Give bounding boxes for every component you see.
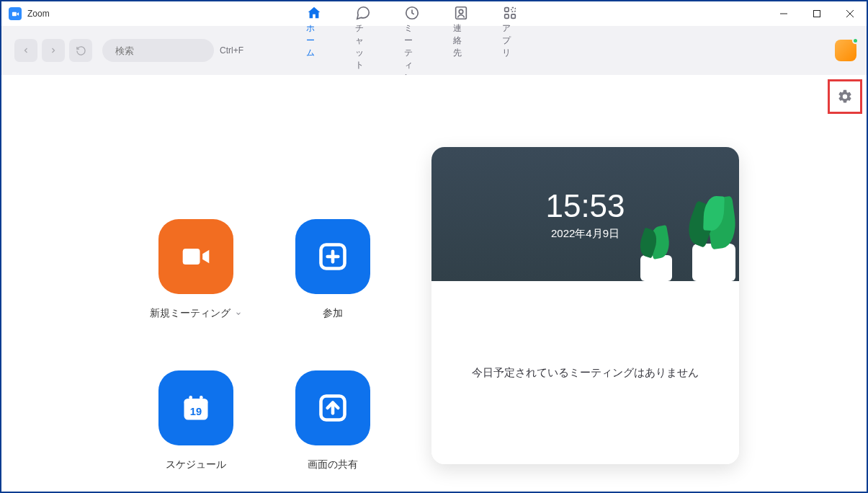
zoom-logo-icon [9, 7, 22, 20]
toolbar: Ctrl+F ホーム チャット ミーティング 連絡先 アプリ [1, 26, 867, 75]
tab-label: チャット [355, 22, 371, 71]
new-meeting-button[interactable] [158, 219, 233, 294]
share-up-icon [317, 392, 349, 424]
settings-highlight [828, 79, 862, 114]
forward-button[interactable] [42, 39, 65, 62]
plus-icon [317, 241, 349, 272]
schedule-tile: 19 スケジュール [127, 370, 264, 471]
history-button[interactable] [69, 39, 92, 62]
svg-rect-23 [200, 396, 203, 401]
tile-label: 参加 [323, 307, 343, 320]
maximize-button[interactable] [800, 1, 833, 26]
schedule-button[interactable]: 19 [158, 370, 233, 445]
clock-icon [404, 5, 420, 21]
close-button[interactable] [833, 1, 867, 26]
tile-label: スケジュール [166, 458, 226, 471]
search-shortcut: Ctrl+F [220, 45, 277, 55]
search-input-wrap[interactable] [102, 39, 214, 62]
settings-button[interactable] [837, 89, 853, 105]
plant-decoration-icon [663, 187, 739, 281]
back-button[interactable] [14, 39, 37, 62]
join-tile: 参加 [264, 219, 401, 320]
svg-rect-10 [505, 8, 509, 12]
svg-point-9 [459, 9, 463, 14]
presence-indicator-icon [852, 37, 859, 44]
video-icon [180, 241, 212, 272]
share-screen-tile: 画面の共有 [264, 370, 401, 471]
card-body: 今日予定されているミーティングはありません [431, 281, 739, 464]
profile-avatar[interactable] [835, 40, 856, 61]
current-date: 2022年4月9日 [551, 227, 619, 241]
calendar-card: 15:53 2022年4月9日 今日予定されているミーティングはありません [431, 147, 739, 464]
window-title: Zoom [27, 9, 50, 19]
svg-rect-13 [511, 14, 516, 19]
home-icon [306, 5, 322, 21]
current-time: 15:53 [545, 188, 625, 224]
tab-label: 連絡先 [453, 22, 469, 59]
svg-rect-2 [814, 11, 820, 17]
tile-label: 新規ミーティング [150, 307, 231, 320]
no-meetings-text: 今日予定されているミーティングはありません [472, 366, 699, 380]
tab-home[interactable]: ホーム [306, 5, 322, 59]
minimize-button[interactable] [767, 1, 800, 26]
chevron-down-icon[interactable] [235, 307, 242, 320]
tab-contacts[interactable]: 連絡先 [453, 5, 469, 59]
svg-rect-11 [511, 8, 516, 12]
svg-text:19: 19 [190, 406, 202, 417]
tab-label: アプリ [502, 22, 518, 59]
new-meeting-tile: 新規ミーティング [127, 219, 264, 320]
gear-icon [837, 89, 853, 105]
share-screen-button[interactable] [295, 370, 370, 445]
card-header: 15:53 2022年4月9日 [431, 147, 739, 281]
svg-rect-22 [189, 396, 192, 401]
tab-chat[interactable]: チャット [355, 5, 371, 71]
chat-icon [355, 5, 371, 21]
svg-rect-19 [184, 399, 208, 405]
content-area: 新規ミーティング 参加 19 ス [1, 75, 867, 492]
tile-label: 画面の共有 [308, 458, 358, 471]
svg-rect-14 [183, 249, 200, 265]
contacts-icon [453, 5, 469, 21]
svg-rect-12 [505, 14, 509, 19]
join-button[interactable] [295, 219, 370, 294]
svg-rect-0 [12, 12, 16, 16]
tab-label: ホーム [306, 22, 322, 59]
action-tiles: 新規ミーティング 参加 19 ス [127, 219, 401, 471]
search-input[interactable] [115, 45, 236, 56]
tab-apps[interactable]: アプリ [502, 5, 518, 59]
calendar-icon: 19 [180, 392, 212, 424]
apps-icon [502, 5, 518, 21]
